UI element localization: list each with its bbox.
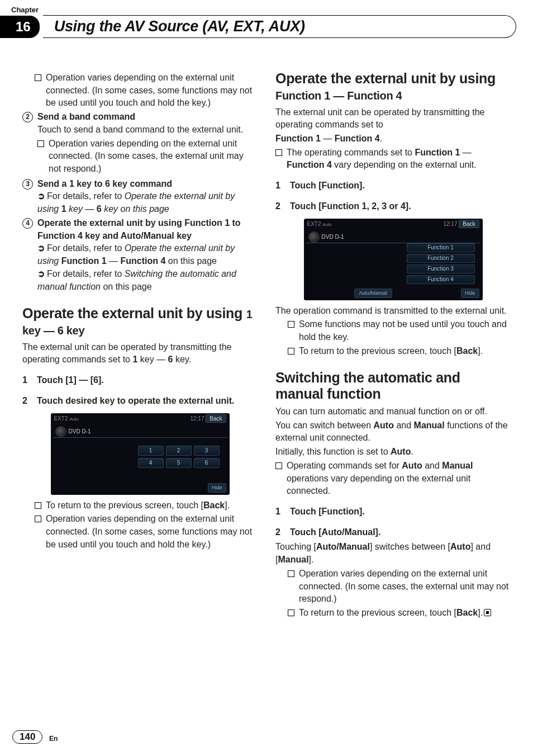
function-2-button[interactable]: Function 2	[407, 254, 475, 263]
disc-icon	[55, 426, 66, 437]
body-text: To return to the previous screen, touch …	[46, 499, 230, 512]
hide-button[interactable]: Hide	[461, 289, 479, 298]
body-text: Function 1 — Function 4.	[275, 133, 511, 145]
list-item: 4 Operate the external unit by using Fun…	[22, 217, 258, 293]
body-text: Operating commands set for Auto and Manu…	[287, 460, 511, 498]
note-icon	[288, 348, 294, 355]
back-button[interactable]: Back	[206, 414, 226, 423]
disc-icon	[308, 231, 320, 243]
body-text: The operation command is transmitted to …	[275, 305, 511, 318]
body-text: The external unit can be operated by tra…	[22, 341, 258, 366]
body-text: Operation varies depending on the extern…	[46, 72, 258, 110]
list-item: 3 Send a 1 key to 6 key command ➲For det…	[22, 178, 258, 216]
function-1-button[interactable]: Function 1	[407, 243, 475, 252]
list-item: To return to the previous screen, touch …	[35, 499, 258, 512]
key-4-button[interactable]: 4	[138, 458, 164, 468]
step-number-icon: 3	[22, 179, 33, 190]
step: 2Touch [Function 1, 2, 3 or 4].	[275, 200, 511, 213]
body-text: To return to the previous screen, touch …	[299, 345, 483, 358]
body-text: Operation varies depending on the extern…	[49, 138, 258, 176]
list-item: To return to the previous screen, touch …	[288, 345, 511, 358]
header-row: 16 Using the AV Source (AV, EXT, AUX)	[0, 15, 511, 38]
body-text: You can turn automatic and manual functi…	[275, 405, 511, 418]
step: 1Touch [Function].	[275, 179, 511, 192]
key-3-button[interactable]: 3	[194, 446, 220, 456]
body-text: ➲For details, refer to Operate the exter…	[37, 190, 258, 215]
section-title: Switching the automatic and manual funct…	[275, 370, 511, 402]
body-text: Touch to send a band command to the exte…	[37, 124, 258, 136]
body-text: The operating commands set to Function 1…	[287, 147, 511, 172]
body-text: Operation varies depending on the extern…	[46, 513, 258, 551]
end-of-section-icon	[484, 609, 491, 616]
body-text: To return to the previous screen, touch …	[299, 607, 491, 620]
key-2-button[interactable]: 2	[166, 446, 192, 456]
item-title: Send a band command	[37, 111, 258, 124]
function-4-button[interactable]: Function 4	[407, 275, 475, 284]
key-6-button[interactable]: 6	[194, 458, 220, 468]
key-5-button[interactable]: 5	[166, 458, 192, 468]
list-item: 2 Send a band command Touch to send a ba…	[22, 111, 258, 177]
step-number-icon: 2	[22, 112, 33, 122]
list-item: Operation varies depending on the extern…	[288, 568, 511, 606]
chapter-number-badge: 16	[0, 16, 40, 38]
step-number-icon: 4	[22, 218, 33, 229]
body-text: Initially, this function is set to Auto.	[275, 446, 511, 459]
item-title: Send a 1 key to 6 key command	[37, 178, 258, 191]
note-icon	[288, 321, 294, 328]
track-label: DVD D-1	[69, 428, 91, 436]
section-title: Operate the external unit by using 1 key…	[22, 305, 258, 338]
note-icon	[35, 516, 41, 522]
back-button[interactable]: Back	[459, 220, 479, 228]
body-text: Some functions may not be used until you…	[299, 318, 511, 343]
list-item: Operating commands set for Auto and Manu…	[275, 460, 511, 498]
language-code: En	[49, 735, 58, 743]
reference-arrow-icon: ➲	[37, 243, 45, 253]
screenshot-mode-label: Auto	[69, 417, 78, 422]
function-key-list: Function 1 Function 2 Function 3 Functio…	[407, 243, 475, 285]
note-icon	[288, 570, 294, 577]
chapter-title: Using the AV Source (AV, EXT, AUX)	[54, 18, 305, 35]
step: 1Touch [1] — [6].	[22, 374, 258, 387]
right-column: Operate the external unit by using Funct…	[275, 70, 511, 621]
screenshot-source-label: EXT2	[54, 415, 68, 422]
hide-button[interactable]: Hide	[208, 483, 226, 493]
note-icon	[35, 74, 41, 81]
body-text: You can switch between Auto and Manual f…	[275, 419, 511, 445]
section-title: Operate the external unit by using Funct…	[275, 70, 511, 103]
chapter-title-pill: Using the AV Source (AV, EXT, AUX)	[43, 15, 516, 38]
list-item: Operation varies depending on the extern…	[35, 72, 258, 110]
note-icon	[275, 149, 282, 156]
body-text: Touching [Auto/Manual] switches between …	[275, 541, 511, 566]
note-icon	[35, 502, 41, 509]
screenshot-clock: 12:17	[190, 415, 204, 422]
body-text: ➲For details, refer to Switching the aut…	[37, 268, 258, 293]
reference-arrow-icon: ➲	[37, 191, 45, 201]
auto-manual-button[interactable]: Auto/Manual	[354, 289, 393, 298]
function-3-button[interactable]: Function 3	[407, 264, 475, 273]
step: 1Touch [Function].	[275, 505, 511, 518]
reference-arrow-icon: ➲	[37, 269, 45, 278]
page-number: 140	[12, 730, 42, 744]
track-label: DVD D-1	[322, 233, 344, 241]
body-text: ➲For details, refer to Operate the exter…	[37, 242, 258, 267]
device-screenshot: EXT2 Auto 12:17 Back DVD D-1 1 2 3 4 5 6…	[51, 413, 230, 495]
list-item: To return to the previous screen, touch …	[288, 607, 511, 620]
item-title: Operate the external unit by using Funct…	[37, 217, 258, 242]
list-item: The operating commands set to Function 1…	[275, 147, 511, 172]
number-key-grid: 1 2 3 4 5 6	[138, 446, 220, 468]
note-icon	[275, 462, 282, 469]
list-item: Some functions may not be used until you…	[288, 318, 511, 343]
screenshot-clock: 12:17	[443, 221, 457, 227]
note-icon	[288, 609, 294, 616]
screenshot-source-label: EXT2	[307, 221, 321, 227]
step: 2Touch desired key to operate the extern…	[22, 395, 258, 408]
key-1-button[interactable]: 1	[138, 446, 164, 456]
list-item: Operation varies depending on the extern…	[35, 513, 258, 551]
screenshot-mode-label: Auto	[322, 222, 331, 227]
step: 2Touch [Auto/Manual].	[275, 526, 511, 539]
left-column: Operation varies depending on the extern…	[22, 70, 258, 621]
device-screenshot: EXT2 Auto 12:17 Back DVD D-1 Function 1 …	[304, 219, 483, 300]
body-text: Operation varies depending on the extern…	[299, 568, 511, 606]
body-text: The external unit can be operated by tra…	[275, 106, 511, 131]
note-icon	[37, 140, 44, 147]
